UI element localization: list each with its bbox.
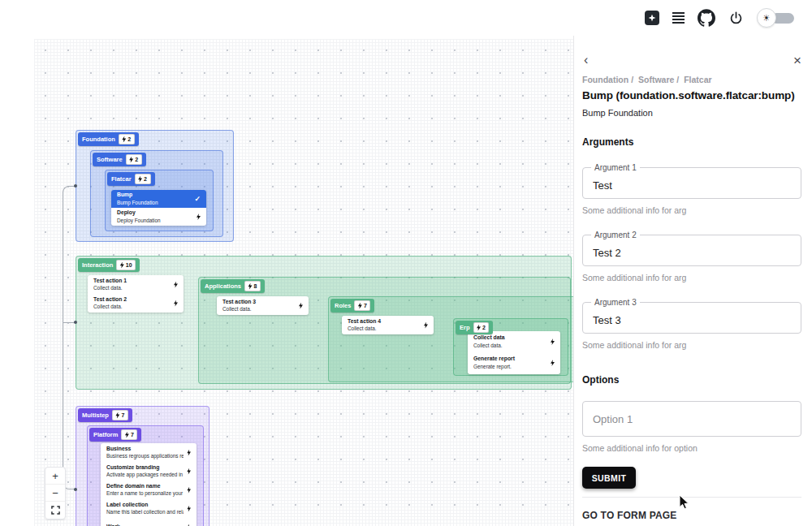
group-applications[interactable]: Applications 8 Test action 3 Collect dat…	[198, 277, 571, 384]
action-row[interactable]: Label collection Name this label collect…	[101, 499, 197, 518]
action-desc: Name this label collection and relat...	[106, 509, 184, 516]
zoom-out-button[interactable]: −	[45, 485, 65, 502]
action-title: Bump	[117, 191, 158, 199]
group-label-applications[interactable]: Applications 8	[201, 279, 265, 293]
action-count-badge: 8	[244, 281, 261, 291]
bolt-icon	[174, 300, 178, 307]
bolt-icon	[120, 262, 124, 269]
action-title: Label collection	[106, 501, 184, 509]
submit-button[interactable]: SUBMIT	[582, 467, 636, 489]
bolt-icon	[358, 303, 362, 309]
fit-view-button[interactable]	[45, 502, 65, 519]
argument-1-input[interactable]	[593, 179, 801, 192]
arguments-heading: Arguments	[582, 136, 801, 148]
action-desc: Collect data.	[222, 306, 256, 313]
group-flatcar[interactable]: Flatcar 2 Bump Bump Foundation ✓ Deploy	[105, 170, 214, 231]
flow-canvas[interactable]: Foundation 2 Software 2 Flatcar 2 Bump B…	[34, 39, 573, 526]
group-erp[interactable]: Erp 2 Collect data Collect data.	[453, 318, 568, 376]
action-row[interactable]: Test action 1 Collect data.	[88, 275, 184, 294]
action-row[interactable]: Business Business regroups applications …	[101, 443, 197, 462]
action-row-bump[interactable]: Bump Bump Foundation ✓	[111, 190, 206, 208]
action-title: Customize branding	[106, 463, 184, 472]
group-label-erp[interactable]: Erp 2	[456, 321, 493, 334]
group-label-interaction[interactable]: Interaction 10	[78, 258, 140, 272]
check-icon: ✓	[194, 195, 201, 203]
bolt-icon	[129, 157, 133, 163]
argument-3-input[interactable]	[593, 314, 801, 326]
action-row[interactable]: Generate report Generate report.	[468, 352, 560, 373]
option-1-input[interactable]	[593, 413, 801, 425]
list-icon[interactable]	[672, 12, 685, 24]
theme-toggle[interactable]: ☀	[757, 7, 794, 28]
group-foundation[interactable]: Foundation 2 Software 2 Flatcar 2 Bump B…	[76, 130, 234, 242]
action-row[interactable]: Define domain name Enter a name to perso…	[101, 481, 197, 499]
edge-trunk	[63, 186, 76, 489]
bolt-icon	[248, 283, 253, 290]
top-bar: ☀	[0, 0, 812, 36]
argument-2-helper: Some additional info for arg	[582, 273, 801, 282]
argument-2-field: Argument 2	[582, 231, 801, 266]
close-icon[interactable]: ×	[793, 54, 801, 67]
bolt-icon	[115, 412, 119, 419]
group-interaction[interactable]: Interaction 10 Test action 1 Collect dat…	[76, 256, 572, 390]
argument-3-label: Argument 3	[591, 298, 640, 307]
action-card-platform: Business Business regroups applications …	[101, 443, 197, 526]
action-title: Test action 1	[93, 277, 127, 285]
bolt-icon	[551, 360, 555, 366]
action-card-interaction: Test action 1 Collect data. Test action …	[88, 275, 184, 313]
badge-plus-icon[interactable]	[645, 11, 659, 25]
breadcrumb-item[interactable]: Foundation	[582, 75, 628, 84]
action-desc: Collect data.	[348, 326, 381, 333]
action-row[interactable]: Work	[101, 518, 197, 526]
action-title: Deploy	[117, 209, 161, 217]
argument-1-field: Argument 1	[582, 163, 801, 199]
power-icon[interactable]	[728, 11, 744, 26]
action-row-deploy[interactable]: Deploy Deploy Foundation	[111, 208, 206, 226]
breadcrumb-item[interactable]: Software	[638, 75, 674, 84]
group-label-flatcar[interactable]: Flatcar 2	[107, 172, 155, 186]
group-label-platform[interactable]: Platform 7	[89, 428, 141, 442]
argument-2-label: Argument 2	[591, 231, 640, 239]
action-row[interactable]: Test action 3 Collect data.	[217, 296, 309, 315]
action-count-badge: 2	[126, 154, 142, 165]
group-label-multistep[interactable]: Multistep 7	[78, 408, 132, 422]
action-desc: Enter a name to personalize your p...	[106, 490, 184, 498]
bolt-icon	[551, 338, 555, 345]
action-row[interactable]: Customize branding Activate app packages…	[101, 462, 197, 481]
bolt-icon	[174, 282, 178, 288]
action-card-roles: Test action 4 Collect data.	[342, 316, 434, 334]
group-label-roles[interactable]: Roles 7	[330, 299, 374, 313]
option-1-helper: Some additional info for option	[582, 443, 801, 453]
page-subtitle: Bump Foundation	[582, 108, 801, 118]
argument-2-input[interactable]	[593, 247, 801, 259]
action-title: Collect data	[473, 334, 505, 342]
action-row[interactable]: Test action 4 Collect data.	[342, 316, 434, 334]
option-1-field	[582, 401, 801, 437]
action-desc: Collect data.	[93, 285, 127, 292]
back-button[interactable]: ‹	[582, 54, 588, 67]
group-software[interactable]: Software 2 Flatcar 2 Bump Bump Foundatio…	[90, 150, 223, 237]
panel-divider	[582, 497, 801, 498]
zoom-in-button[interactable]: +	[45, 468, 65, 485]
action-desc: Business regroups applications rel...	[106, 453, 184, 460]
action-desc: Activate app packages needed in ...	[106, 472, 184, 479]
go-to-form-page-link[interactable]: GO TO FORM PAGE	[582, 510, 801, 521]
group-label-software[interactable]: Software 2	[93, 153, 146, 166]
group-label-foundation[interactable]: Foundation 2	[78, 132, 139, 146]
bolt-icon	[477, 325, 481, 331]
argument-3-field: Argument 3	[582, 298, 801, 334]
breadcrumb: Foundation/ Software/ Flatcar	[582, 75, 801, 84]
breadcrumb-item[interactable]: Flatcar	[684, 75, 711, 84]
edge-handle[interactable]	[74, 184, 77, 188]
edge-handle[interactable]	[74, 321, 77, 324]
group-platform[interactable]: Platform 7 Business Business regroups ap…	[87, 425, 204, 526]
bolt-icon	[424, 322, 428, 329]
group-roles[interactable]: Roles 7 Test action 4 Collect data. Erp	[328, 296, 573, 382]
github-icon[interactable]	[698, 9, 715, 27]
edge-handle[interactable]	[74, 488, 77, 491]
action-card-applications: Test action 3 Collect data.	[217, 296, 309, 315]
bolt-icon	[138, 176, 142, 183]
group-multistep[interactable]: Multistep 7 Platform 7 Business Business…	[76, 406, 209, 526]
action-row[interactable]: Test action 2 Collect data.	[88, 294, 184, 313]
page-title: Bump (foundation.software.flatcar:bump)	[582, 89, 801, 101]
